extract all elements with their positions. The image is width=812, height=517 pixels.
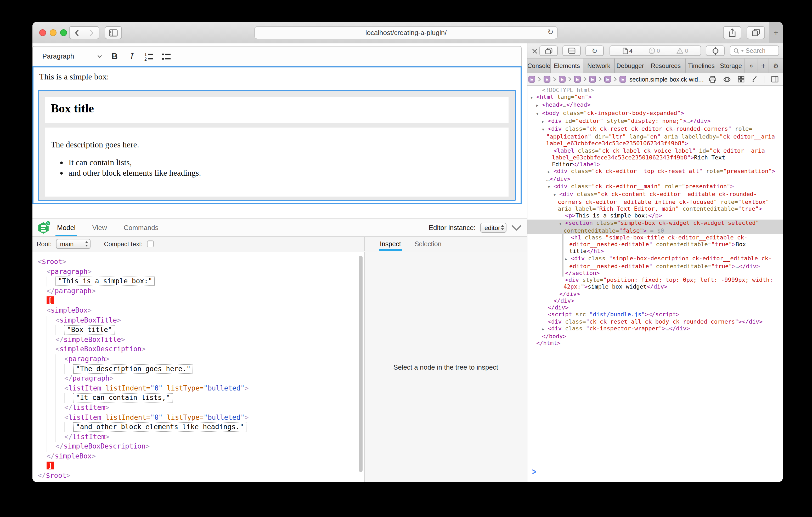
dom-tree-line[interactable]: ▼<div class="ck ck-content ck-editor__ed… [527,191,783,199]
inspector-tab-view[interactable]: View [91,219,109,236]
dom-tree-line[interactable]: ▼<section class="simple-box ck-widget ck… [527,219,783,227]
dom-tree-line[interactable]: ▶<div class="simple-box-description ck-e… [527,255,783,263]
dom-tree-line[interactable]: ▶<div id="editor" style="display: none;"… [527,118,783,125]
bold-button[interactable]: B [107,48,122,64]
paragraph-style-dropdown[interactable]: Paragraph [42,47,105,66]
dom-tree-line[interactable]: …</div> [527,176,783,183]
dom-tree-line[interactable]: ▼<div class="ck ck-editor__main" role="p… [527,183,783,190]
description-paragraph[interactable]: The description goes here. [51,140,509,150]
dom-tree-line[interactable]: editor__nested-editable" contenteditable… [527,263,783,270]
model-tree-line[interactable]: "and other block elements like headings.… [38,422,364,432]
dock-to-bottom-button[interactable] [562,45,581,56]
collapse-node-icon[interactable]: ▼ [530,95,536,101]
dom-tree-line[interactable]: ▼<div class="ck ck-reset ck-editor ck-ro… [527,125,783,133]
more-tabs-button[interactable]: » [745,59,758,73]
model-tree-line[interactable]: <paragraph> [38,267,364,277]
model-tree-line[interactable]: [ [38,296,364,306]
dock-undock-button[interactable] [540,45,558,56]
address-bar[interactable]: localhost/creating-a-plugin/ ↻ [254,26,558,39]
editor-editable-area[interactable]: This is a simple box: Box title The desc… [32,66,522,204]
dom-tree-line[interactable]: </div> [527,291,783,297]
devtools-tab-elements[interactable]: Elements [551,59,583,73]
dom-tree-line[interactable]: contenteditable="false"> = $0 [527,227,783,234]
model-tree-line[interactable]: "Box title" [38,325,364,335]
breadcrumb-element-badge[interactable]: E [528,76,535,83]
italic-button[interactable]: I [124,48,140,64]
model-tree-line[interactable]: <simpleBoxTitle> [38,315,364,325]
dom-tree-line[interactable]: <label class="ck ck-label ck-voice-label… [527,147,783,154]
devtools-tab-timelines[interactable]: Timelines [686,59,717,73]
model-tree-line[interactable]: <listItem listIndent="0" listType="bulle… [38,413,364,422]
devtools-search-field[interactable]: Search [730,45,779,56]
model-tree-line[interactable]: </simpleBoxDescription> [38,442,364,452]
dom-tree-line[interactable]: editor__nested-editable" contenteditable… [527,241,783,248]
breadcrumb-current-node[interactable]: section.simple-box.ck-wid… [630,76,704,82]
grid-overlay-icon[interactable] [738,76,745,83]
model-tree-line[interactable]: </$root> [38,471,364,481]
source-code-icon[interactable] [723,76,731,82]
list-item[interactable]: It can contain lists, [68,157,509,168]
collapse-node-icon[interactable]: ▼ [536,111,542,117]
expand-node-icon[interactable]: ▶ [565,256,571,263]
model-tree-line[interactable]: </simpleBox> [38,452,364,461]
model-tree-line[interactable]: </listItem> [38,432,364,442]
editor-paragraph[interactable]: This is a simple box: [39,72,109,82]
dom-tree-line[interactable]: </section> [527,270,783,277]
zoom-window-button[interactable] [60,29,67,36]
dom-tree-line[interactable]: aria-label="Rich Text Editor, main" cont… [527,206,783,213]
model-tree-line[interactable]: </paragraph> [38,374,364,384]
dom-tree-line[interactable]: <script src="dist/bundle.js"></script> [527,311,783,318]
reload-icon[interactable]: ↻ [548,28,554,36]
model-tree-line[interactable]: </paragraph> [38,286,364,296]
model-tree-line[interactable]: </simpleBoxTitle> [38,335,364,345]
close-devtools-button[interactable] [530,47,539,55]
devtools-tab-storage[interactable]: Storage [717,59,745,73]
breadcrumb-element-badge[interactable]: E [574,76,581,83]
add-devtools-tab-button[interactable]: + [758,59,769,73]
dom-tree-line[interactable]: 42px;">simple box widget</div> [527,283,783,291]
dom-tree-line[interactable]: </body> [527,333,783,340]
dom-tree-line[interactable]: label_e63cbbfece34c53ce23501062343f49b8"… [527,140,783,147]
forward-button[interactable] [84,27,99,39]
collapse-inspector-icon[interactable] [511,224,522,231]
element-picker-button[interactable] [706,45,725,56]
new-tab-button[interactable]: + [769,22,783,43]
error-count[interactable]: 0 [649,48,660,54]
dom-tree-line[interactable]: ▼<body class="ck-inspector-body-expanded… [527,110,783,117]
dom-tree-line[interactable]: ▶<div class="ck-inspector-wrapper">…</di… [527,325,783,333]
styles-brush-icon[interactable] [751,76,757,83]
dom-tree-line[interactable]: <p>This is a simple box:</p> [527,213,783,219]
simple-box-widget[interactable]: Box title The description goes here. It … [38,90,516,201]
breadcrumb-element-badge[interactable]: E [559,76,566,83]
dom-tree-line[interactable]: ▼<html lang="en"> [527,94,783,101]
reload-page-button[interactable]: ↻ [585,45,604,56]
numbered-list-button[interactable]: 12 [141,48,157,64]
dom-tree-line[interactable]: ▶<div class="ck ck-editor__top ck-reset_… [527,168,783,176]
model-tree-line[interactable]: "The description goes here." [38,364,364,374]
sidebar-toggle-button[interactable] [105,26,122,39]
model-tree-line[interactable]: <simpleBox> [38,306,364,315]
model-tree-line[interactable]: "This is a simple box:" [38,277,364,286]
model-tree-line[interactable]: <$root> [38,257,364,267]
tab-overview-button[interactable] [747,26,765,39]
inspect-tab-inspect[interactable]: Inspect [379,237,402,251]
collapse-node-icon[interactable]: ▼ [554,192,559,199]
model-tree-scrollbar[interactable] [359,255,362,472]
collapse-node-icon[interactable]: ▼ [548,184,554,190]
simple-box-title-area[interactable]: Box title [45,97,509,123]
root-select[interactable]: main [56,239,90,249]
breadcrumb-element-badge[interactable]: E [604,76,611,83]
inspector-tab-model[interactable]: Model [55,219,77,236]
inspector-tab-commands[interactable]: Commands [122,219,160,236]
devtools-tab-network[interactable]: Network [583,59,615,73]
box-title-heading[interactable]: Box title [51,102,509,116]
dom-tree-line[interactable]: <div style="position: fixed; top: 0px; l… [527,277,783,283]
dom-tree-line[interactable]: ▶<head>…</head> [527,102,783,110]
expand-node-icon[interactable]: ▶ [542,326,548,333]
expand-node-icon[interactable]: ▶ [548,169,554,176]
breadcrumb-element-badge[interactable]: E [619,76,626,83]
dom-tree-line[interactable]: <div class="ck ck-reset_all ck-body ck-r… [527,318,783,325]
dom-tree-line[interactable]: "application" dir="ltr" lang="en" aria-l… [527,133,783,140]
bulleted-list-button[interactable] [158,48,174,64]
collapse-node-icon[interactable]: ▼ [542,126,548,133]
